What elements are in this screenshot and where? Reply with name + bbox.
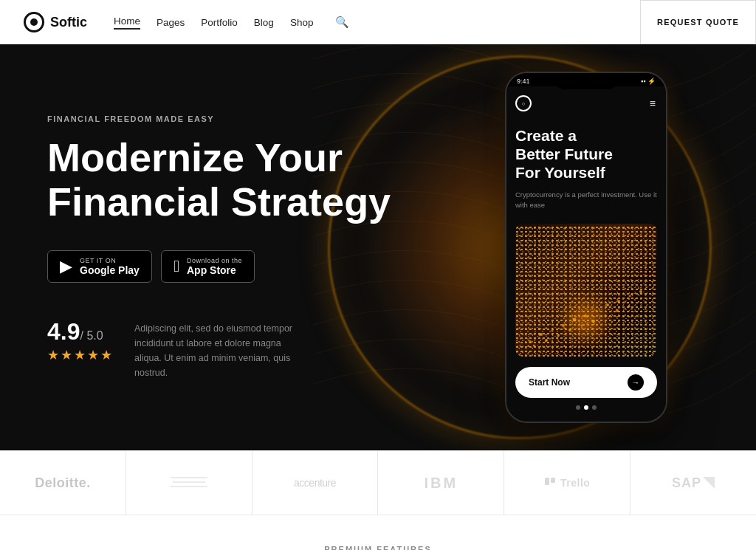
phone-icons: ▪▪ ⚡: [641, 78, 656, 85]
google-play-name: Google Play: [80, 264, 140, 276]
bottom-section: PREMIUM FEATURES Redefine your financial: [0, 515, 756, 550]
partner-sap: SAP: [630, 451, 756, 515]
hero-buttons: ▶ GET IT ON Google Play  Download on th…: [47, 250, 402, 283]
phone-mockup: 9:41 ▪▪ ⚡ ○ ≡ Create a Better Future For…: [505, 72, 667, 423]
hero-title-line2: Financial Strategy: [47, 179, 391, 224]
stars: ★★★★★: [47, 347, 114, 363]
sap-logo: SAP: [672, 475, 715, 491]
hero-eyebrow: FINANCIAL FREEDOM MADE EASY: [47, 114, 402, 123]
phone-dot-3: [592, 405, 597, 410]
svg-point-8: [617, 300, 620, 303]
ibm-logo: IBM: [425, 475, 458, 492]
hero-title: Modernize Your Financial Strategy: [47, 135, 402, 224]
svg-point-11: [533, 345, 535, 347]
phone-notch: [553, 73, 619, 89]
logo-icon: [24, 12, 44, 32]
partner-bofa: [126, 451, 252, 515]
phone-subtitle: Cryptocurrency is a perfect investment. …: [515, 190, 657, 211]
hero-title-line1: Modernize Your: [47, 135, 343, 179]
nav-links: Home Pages Portfolio Blog Shop 🔍: [114, 16, 349, 30]
logo[interactable]: Softic: [24, 12, 87, 32]
trello-logo: Trello: [544, 477, 590, 489]
svg-point-7: [606, 303, 609, 306]
svg-point-4: [573, 318, 577, 322]
phone-dot-1: [576, 405, 580, 410]
phone-logo-small: ○: [515, 95, 532, 111]
partner-trello: Trello: [504, 451, 630, 515]
svg-point-19: [628, 306, 630, 308]
app-store-button[interactable]:  Download on the App Store: [161, 250, 255, 283]
navbar: Softic Home Pages Portfolio Blog Shop 🔍 …: [0, 0, 756, 44]
svg-point-12: [545, 339, 548, 342]
hero-section: FINANCIAL FREEDOM MADE EASY Modernize Yo…: [0, 44, 756, 450]
phone-hero-title: Create a Better Future For Yourself: [515, 126, 657, 182]
bofa-logo: [167, 472, 211, 494]
svg-point-15: [581, 325, 583, 327]
svg-point-10: [639, 290, 642, 293]
logo-inner-dot: [30, 18, 38, 26]
svg-rect-24: [551, 478, 555, 483]
apple-icon: : [173, 258, 179, 275]
phone-time: 9:41: [517, 78, 530, 85]
svg-point-16: [592, 320, 595, 323]
hero-content: FINANCIAL FREEDOM MADE EASY Modernize Yo…: [47, 89, 402, 406]
search-icon[interactable]: 🔍: [335, 16, 349, 29]
request-quote-button[interactable]: REQUEST QUOTE: [640, 0, 756, 44]
google-play-top-label: GET IT ON: [80, 257, 140, 264]
partner-ibm: IBM: [378, 451, 504, 515]
phone-logo-inner: ○: [522, 100, 526, 106]
phone-screen: ○ ≡ Create a Better Future For Yourself …: [506, 86, 666, 422]
app-store-name: App Store: [187, 264, 242, 276]
partner-accenture: accenture: [252, 451, 379, 515]
phone-dot-2: [584, 405, 588, 410]
rating-value: 4.9: [47, 318, 80, 345]
hero-description: Adipiscing elit, sed do eiusmod tempor i…: [134, 321, 297, 380]
phone-title-line1: Create a: [515, 127, 577, 144]
svg-point-5: [584, 314, 587, 317]
phone-title-line2: Better Future: [515, 145, 613, 162]
nav-shop[interactable]: Shop: [290, 17, 314, 28]
google-play-icon: ▶: [60, 258, 72, 275]
svg-point-2: [551, 330, 554, 332]
nav-home[interactable]: Home: [114, 16, 140, 30]
svg-point-18: [616, 309, 619, 312]
phone-outer: 9:41 ▪▪ ⚡ ○ ≡ Create a Better Future For…: [505, 72, 667, 423]
svg-point-9: [629, 295, 631, 298]
rating-number: 4.9/ 5.0: [47, 318, 114, 346]
svg-point-6: [596, 310, 598, 312]
google-play-text: GET IT ON Google Play: [80, 257, 140, 276]
phone-start-label: Start Now: [529, 377, 570, 388]
svg-point-14: [568, 329, 571, 331]
accenture-logo: accenture: [294, 477, 336, 489]
premium-label: PREMIUM FEATURES: [0, 545, 756, 550]
phone-carousel-dots: [515, 405, 657, 410]
svg-point-3: [562, 324, 565, 327]
svg-point-1: [540, 333, 543, 336]
logo-text: Softic: [50, 15, 87, 30]
phone-arrow-icon: →: [628, 374, 644, 391]
svg-point-17: [605, 315, 607, 317]
phone-start-button[interactable]: Start Now →: [515, 367, 657, 398]
partner-deloitte: Deloitte.: [0, 451, 126, 515]
app-store-text: Download on the App Store: [187, 257, 242, 276]
phone-dots-svg: [515, 224, 657, 357]
nav-pages[interactable]: Pages: [157, 17, 185, 28]
rating-denom: / 5.0: [80, 329, 103, 342]
phone-visual: [515, 224, 657, 357]
partners-strip: Deloitte. accenture IBM Trello: [0, 450, 756, 515]
hero-stats: 4.9/ 5.0 ★★★★★ Adipiscing elit, sed do e…: [47, 318, 402, 380]
nav-portfolio[interactable]: Portfolio: [201, 17, 238, 28]
nav-blog[interactable]: Blog: [254, 17, 274, 28]
google-play-button[interactable]: ▶ GET IT ON Google Play: [47, 250, 152, 283]
phone-title-line3: For Yourself: [515, 164, 605, 181]
phone-screen-header: ○ ≡: [515, 92, 657, 119]
hero-rating: 4.9/ 5.0 ★★★★★: [47, 318, 114, 363]
deloitte-logo: Deloitte.: [35, 475, 91, 491]
svg-point-0: [529, 340, 532, 343]
svg-point-13: [557, 335, 560, 337]
svg-rect-23: [545, 478, 549, 485]
app-store-top-label: Download on the: [187, 257, 242, 264]
svg-marker-25: [703, 477, 715, 489]
navbar-left: Softic Home Pages Portfolio Blog Shop 🔍: [24, 12, 349, 32]
phone-menu-icon: ≡: [650, 97, 657, 109]
